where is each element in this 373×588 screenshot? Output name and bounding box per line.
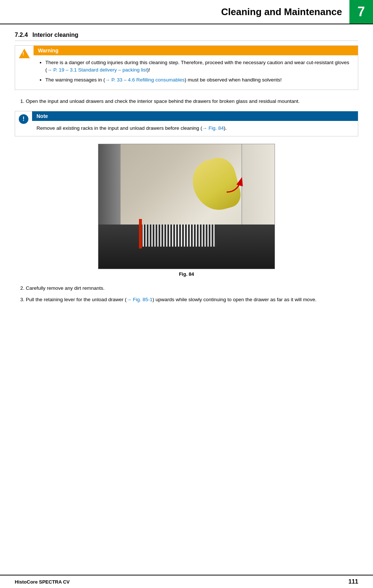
header-title-area: Cleaning and Maintenance [0,0,349,24]
main-content: 7.2.4 Interior cleaning Warning There is… [0,24,373,324]
step-3: Pull the retaining lever for the unload … [26,296,358,304]
step-2: Carefully remove any dirt remnants. [26,284,358,292]
note-header-label: Note [32,111,358,121]
step-3-text-before: Pull the retaining lever for the unload … [26,297,126,302]
step-2-text: Carefully remove any dirt remnants. [26,285,105,291]
warning-body: There is a danger of cutting injuries du… [34,55,358,90]
section-number: 7.2.4 [15,32,28,38]
note-text-before: Remove all existing racks in the input a… [36,125,202,131]
warning-item-2-text-after: ) must be observed when handling solvent… [185,77,282,83]
note-text-after: ). [224,125,227,131]
page-header: Cleaning and Maintenance 7 [0,0,373,24]
figure-image [98,144,275,269]
figure-caption: Fig. 84 [179,271,194,277]
figure-red-bar [139,219,142,248]
chapter-badge: 7 [349,0,373,24]
footer-product-name: HistoCore SPECTRA CV [15,579,70,585]
note-circle-icon: ! [19,114,28,124]
warning-item-2-text-before: The warning messages in ( [45,77,105,83]
warning-item-2-link[interactable]: → P. 33 – 4.6 Refilling consumables [105,77,185,83]
page-footer: HistoCore SPECTRA CV 111 [0,575,373,588]
warning-triangle-icon [19,49,30,58]
section-heading: 7.2.4 Interior cleaning [15,32,358,41]
warning-item-2: The warning messages in (→ P. 33 – 4.6 R… [45,76,353,84]
step-1-text: Open the input and unload drawers and ch… [26,98,300,104]
step-3-link[interactable]: → Fig. 85-1 [126,297,153,302]
note-box: ! Note Remove all existing racks in the … [15,111,358,136]
footer-page-number: 111 [348,578,358,585]
warning-item-1: There is a danger of cutting injuries du… [45,59,353,74]
warning-content: Warning There is a danger of cutting inj… [34,46,358,90]
step-3-text-after: ) upwards while slowly continuing to ope… [153,297,317,302]
page-title: Cleaning and Maintenance [221,6,342,18]
figure-arrow-icon [223,174,245,196]
step-1: Open the input and unload drawers and ch… [26,97,358,105]
warning-item-1-text-after: )! [147,67,150,73]
note-icon-col: ! [15,111,32,136]
warning-item-1-link[interactable]: → P. 19 – 3.1 Standard delivery – packin… [47,67,147,73]
section-title: Interior cleaning [32,32,78,38]
note-link[interactable]: → Fig. 84 [202,125,224,131]
figure-rack-slides [143,225,216,247]
warning-header-label: Warning [34,46,358,55]
warning-icon-col [15,46,34,90]
steps-list-2: Carefully remove any dirt remnants. Pull… [26,284,358,304]
note-body: Remove all existing racks in the input a… [32,121,358,136]
note-content: Note Remove all existing racks in the in… [32,111,358,136]
figure-container: Fig. 84 [15,144,358,277]
steps-list: Open the input and unload drawers and ch… [26,97,358,105]
warning-list: There is a danger of cutting injuries du… [45,59,353,84]
warning-box: Warning There is a danger of cutting inj… [15,45,358,90]
